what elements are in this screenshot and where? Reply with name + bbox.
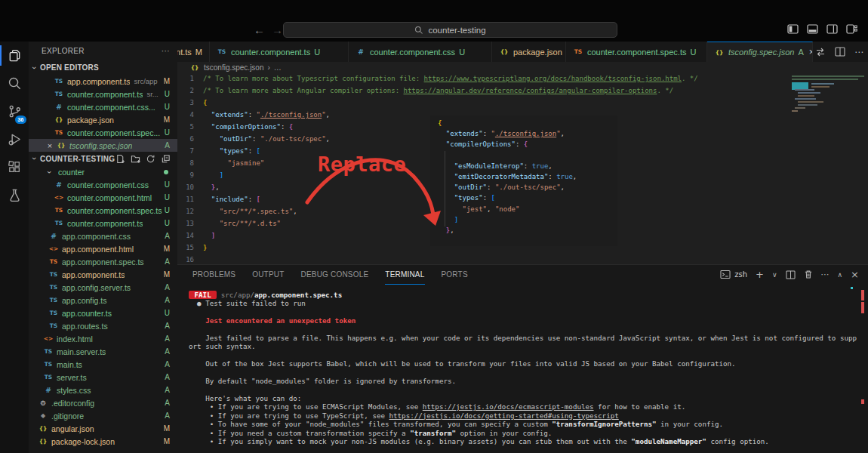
toggle-sidebar-icon[interactable] [787, 24, 799, 34]
tab-counter.component.spec.ts[interactable]: TScounter.component.spec.tsU [566, 42, 707, 62]
file-name: app.component.html [62, 245, 134, 254]
file-row[interactable]: TSapp.routes.tsA [29, 319, 177, 332]
compare-changes-icon[interactable] [815, 47, 826, 57]
file-row[interactable]: #counter.component.cssU [29, 178, 177, 191]
nav-back-icon[interactable]: ← [254, 23, 265, 36]
file-row[interactable]: {}package-lock.jsonM [29, 435, 177, 448]
file-row[interactable]: <>app.component.htmlM [29, 242, 177, 255]
panel-tab-terminal[interactable]: TERMINAL [385, 265, 424, 285]
terminal-line [189, 385, 868, 393]
line-number: 8 [177, 157, 194, 169]
terminal-icon [720, 270, 731, 279]
nav-forward-icon[interactable]: → [272, 23, 283, 36]
new-file-icon[interactable] [115, 154, 125, 164]
git-status-badge: U [165, 206, 177, 214]
file-row[interactable]: {}angular.jsonM [29, 422, 177, 435]
file-type-icon: TS [48, 322, 59, 329]
command-center-search[interactable]: counter-testing [283, 22, 617, 38]
maximize-panel-icon[interactable]: ∧ [838, 271, 843, 279]
file-row[interactable]: TScounter.component.tsU [29, 217, 177, 230]
shell-label[interactable]: zsh [734, 270, 747, 279]
new-folder-icon[interactable] [131, 154, 140, 164]
toggle-secondary-sidebar-icon[interactable] [826, 24, 838, 34]
source-control-icon[interactable]: 36 [0, 97, 29, 125]
panel-tab-output[interactable]: OUTPUT [252, 265, 284, 284]
close-panel-icon[interactable]: × [851, 269, 859, 280]
file-type-icon: TS [54, 78, 64, 85]
workspace-header[interactable]: › COUNTER-TESTING [29, 152, 177, 165]
close-icon[interactable]: × [45, 141, 54, 150]
terminal-output[interactable]: FAIL src/app/app.component.spec.ts ● Tes… [177, 285, 868, 453]
tab-nt.ts[interactable]: nt.tsM [177, 42, 210, 62]
panel-tab-problems[interactable]: PROBLEMS [192, 265, 235, 284]
testing-icon[interactable] [0, 181, 29, 209]
open-editor-item[interactable]: #counter.component.css...U [29, 100, 177, 113]
git-status-badge: U [165, 90, 177, 98]
file-row[interactable]: TSapp.component.spec.tsA [29, 255, 177, 268]
file-type-icon: <> [43, 335, 54, 342]
file-row[interactable]: TSserver.tsA [29, 371, 177, 384]
file-row[interactable]: TSmain.server.tsA [29, 345, 177, 358]
open-editor-item[interactable]: TScounter.component.tssr...U [29, 88, 177, 100]
sidebar-title: EXPLORER [42, 47, 85, 55]
explorer-icon[interactable] [0, 42, 29, 69]
editor[interactable]: 1/* To learn more about Typescript confi… [177, 72, 868, 264]
minimap[interactable] [790, 74, 868, 118]
extensions-icon[interactable] [0, 153, 29, 181]
split-editor-icon[interactable] [835, 47, 845, 57]
toggle-panel-icon[interactable] [807, 24, 818, 34]
panel-tab-ports[interactable]: PORTS [442, 265, 468, 284]
editor-more-icon[interactable]: ⋯ [854, 47, 863, 57]
open-editor-item[interactable]: {}package.jsonM [29, 113, 177, 126]
file-type-icon: TS [54, 220, 64, 226]
collapse-all-icon[interactable] [161, 154, 171, 164]
customize-layout-icon[interactable] [846, 24, 857, 34]
file-row[interactable]: ⚙.editorconfigA [29, 396, 177, 409]
line-number: 7 [177, 145, 194, 157]
close-icon[interactable]: × [809, 47, 813, 57]
tab-package.json[interactable]: {}package.jsonM [492, 42, 566, 62]
file-row[interactable]: TSmain.tsA [29, 358, 177, 371]
folder-row[interactable]: ›counter [29, 165, 177, 178]
line-number: 12 [177, 205, 194, 217]
tab-counter.component.ts[interactable]: TScounter.component.tsU [210, 42, 349, 62]
overlay-code-line: { [438, 118, 617, 128]
tab-tsconfig.spec.json[interactable]: {}tsconfig.spec.jsonA× [707, 42, 813, 62]
git-status-badge: U [165, 128, 177, 137]
new-terminal-icon[interactable]: + [756, 269, 764, 280]
file-type-icon: {} [38, 425, 48, 432]
terminal-line: FAIL src/app/app.component.spec.ts [189, 291, 868, 299]
file-row[interactable]: TSapp.counter.tsU [29, 307, 177, 319]
file-row[interactable]: TSapp.config.server.tsA [29, 281, 177, 294]
terminal-dropdown-icon[interactable]: ∨ [772, 271, 777, 279]
git-status-badge: U [690, 48, 696, 57]
explorer-more-icon[interactable]: ⋯ [162, 46, 170, 56]
open-editor-item[interactable]: TScounter.component.spec...U [29, 126, 177, 139]
file-row[interactable]: <>index.htmlA [29, 332, 177, 345]
search-view-icon[interactable] [0, 69, 29, 97]
panel-more-icon[interactable]: ⋯ [821, 270, 830, 279]
open-editor-item[interactable]: TSapp.component.tssrc/appM [29, 75, 177, 88]
file-row[interactable]: TScounter.component.spec.tsU [29, 204, 177, 217]
kill-terminal-icon[interactable] [804, 270, 813, 279]
breadcrumb[interactable]: {} tsconfig.spec.json › … [177, 62, 868, 72]
file-row[interactable]: TSapp.config.tsA [29, 294, 177, 307]
open-editor-item[interactable]: ×{}tsconfig.spec.jsonA [29, 139, 177, 152]
file-row[interactable]: ◆.gitignoreA [29, 409, 177, 422]
file-row[interactable]: TSapp.component.tsM [29, 268, 177, 281]
open-editors-header[interactable]: › OPEN EDITORS [29, 60, 177, 75]
file-type-icon: # [54, 181, 64, 189]
file-type-icon: ◆ [38, 412, 48, 419]
refresh-icon[interactable] [146, 154, 155, 164]
panel-tab-debug-console[interactable]: DEBUG CONSOLE [300, 265, 368, 284]
file-row[interactable]: #app.component.cssA [29, 230, 177, 242]
git-status-badge: M [164, 245, 177, 253]
file-row[interactable]: #styles.cssA [29, 384, 177, 396]
tab-counter.component.css[interactable]: #counter.component.cssU [349, 42, 492, 62]
git-status-badge: M [164, 424, 177, 433]
file-type-icon: TS [43, 361, 54, 368]
file-row[interactable]: <>counter.component.htmlU [29, 191, 177, 204]
tab-label: nt.ts [177, 48, 192, 57]
split-terminal-icon[interactable] [786, 270, 796, 279]
run-debug-icon[interactable] [0, 125, 29, 153]
